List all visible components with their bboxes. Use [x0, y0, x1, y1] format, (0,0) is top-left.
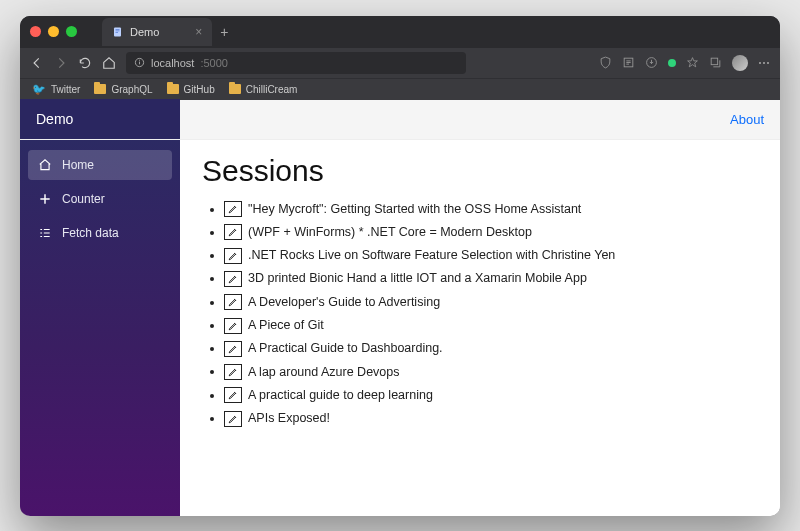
- twitter-icon: 🐦: [32, 83, 46, 96]
- bookmark-label: ChilliCream: [246, 84, 298, 95]
- bookmark-github[interactable]: GitHub: [167, 84, 215, 95]
- edit-session-button[interactable]: [224, 248, 242, 264]
- session-item: A practical guide to deep learning: [224, 384, 758, 407]
- edit-session-button[interactable]: [224, 271, 242, 287]
- reload-icon: [78, 56, 92, 70]
- session-title: APIs Exposed!: [248, 407, 330, 430]
- sidebar-item-home[interactable]: Home: [28, 150, 172, 180]
- profile-avatar[interactable]: [732, 55, 748, 71]
- app-header: Demo About: [20, 100, 780, 140]
- new-tab-button[interactable]: +: [212, 24, 236, 40]
- home-button[interactable]: [102, 56, 116, 70]
- bookmark-twitter[interactable]: 🐦 Twitter: [32, 83, 80, 96]
- edit-session-button[interactable]: [224, 341, 242, 357]
- sessions-list: "Hey Mycroft": Getting Started with the …: [202, 198, 758, 431]
- app-viewport: Demo About Home Counter Fetch data Ses: [20, 100, 780, 516]
- edit-session-button[interactable]: [224, 294, 242, 310]
- session-title: A lap around Azure Devops: [248, 361, 400, 384]
- session-item: A Practical Guide to Dashboarding.: [224, 337, 758, 360]
- edit-session-button[interactable]: [224, 387, 242, 403]
- pencil-icon: [228, 367, 238, 377]
- edit-session-button[interactable]: [224, 318, 242, 334]
- back-button[interactable]: [30, 56, 44, 70]
- folder-icon: [167, 84, 179, 94]
- status-indicator-icon: [668, 59, 676, 67]
- address-bar[interactable]: localhost:5000: [126, 52, 466, 74]
- reload-button[interactable]: [78, 56, 92, 70]
- sidebar-nav: Home Counter Fetch data: [20, 140, 180, 516]
- folder-icon: [229, 84, 241, 94]
- session-item: A Piece of Git: [224, 314, 758, 337]
- sidebar-item-fetch-data[interactable]: Fetch data: [28, 218, 172, 248]
- pencil-icon: [228, 251, 238, 261]
- browser-window: Demo × + localhost:5000: [20, 16, 780, 516]
- folder-icon: [94, 84, 106, 94]
- sidebar-item-label: Home: [62, 158, 94, 172]
- plus-icon: [38, 192, 52, 206]
- session-title: A Developer's Guide to Advertising: [248, 291, 440, 314]
- bookmark-label: GraphQL: [111, 84, 152, 95]
- svg-rect-2: [116, 30, 120, 31]
- minimize-window-button[interactable]: [48, 26, 59, 37]
- pencil-icon: [228, 344, 238, 354]
- browser-tabstrip: Demo × +: [102, 18, 237, 46]
- maximize-window-button[interactable]: [66, 26, 77, 37]
- shield-icon[interactable]: [599, 56, 612, 69]
- favorite-icon[interactable]: [686, 56, 699, 69]
- svg-rect-1: [116, 29, 120, 30]
- list-icon: [38, 226, 52, 240]
- home-icon: [38, 158, 52, 172]
- about-link[interactable]: About: [714, 112, 780, 127]
- sidebar-item-counter[interactable]: Counter: [28, 184, 172, 214]
- arrow-right-icon: [54, 56, 68, 70]
- page-title: Sessions: [202, 154, 758, 188]
- session-item: .NET Rocks Live on Software Feature Sele…: [224, 244, 758, 267]
- bookmark-chillicream[interactable]: ChilliCream: [229, 84, 298, 95]
- forward-button[interactable]: [54, 56, 68, 70]
- session-title: "Hey Mycroft": Getting Started with the …: [248, 198, 581, 221]
- sidebar-item-label: Fetch data: [62, 226, 119, 240]
- pencil-icon: [228, 227, 238, 237]
- info-icon: [134, 57, 145, 68]
- svg-rect-6: [139, 60, 140, 61]
- svg-rect-9: [711, 58, 718, 64]
- edit-session-button[interactable]: [224, 224, 242, 240]
- browser-toolbar: localhost:5000 ⋯: [20, 48, 780, 78]
- edit-session-button[interactable]: [224, 364, 242, 380]
- pencil-icon: [228, 414, 238, 424]
- app-body: Home Counter Fetch data Sessions "Hey My…: [20, 140, 780, 516]
- close-window-button[interactable]: [30, 26, 41, 37]
- main-content: Sessions "Hey Mycroft": Getting Started …: [180, 140, 780, 516]
- session-item: 3D printed Bionic Hand a little IOT and …: [224, 267, 758, 290]
- edit-session-button[interactable]: [224, 201, 242, 217]
- page-favicon-icon: [112, 26, 124, 38]
- session-title: 3D printed Bionic Hand a little IOT and …: [248, 267, 587, 290]
- arrow-left-icon: [30, 56, 44, 70]
- sidebar-item-label: Counter: [62, 192, 105, 206]
- bookmark-graphql[interactable]: GraphQL: [94, 84, 152, 95]
- home-icon: [102, 56, 116, 70]
- pencil-icon: [228, 274, 238, 284]
- session-item: A lap around Azure Devops: [224, 360, 758, 383]
- collections-icon[interactable]: [709, 56, 722, 69]
- brand-title[interactable]: Demo: [20, 99, 180, 139]
- toolbar-right: ⋯: [599, 55, 770, 71]
- reader-icon[interactable]: [622, 56, 635, 69]
- download-icon[interactable]: [645, 56, 658, 69]
- session-item: "Hey Mycroft": Getting Started with the …: [224, 198, 758, 221]
- browser-tab-demo[interactable]: Demo ×: [102, 18, 212, 46]
- close-tab-icon[interactable]: ×: [195, 25, 202, 39]
- session-title: A Piece of Git: [248, 314, 324, 337]
- edit-session-button[interactable]: [224, 411, 242, 427]
- pencil-icon: [228, 321, 238, 331]
- window-titlebar: Demo × +: [20, 16, 780, 48]
- svg-rect-5: [139, 62, 140, 65]
- pencil-icon: [228, 297, 238, 307]
- more-icon[interactable]: ⋯: [758, 56, 770, 70]
- session-title: A Practical Guide to Dashboarding.: [248, 337, 443, 360]
- svg-rect-3: [116, 32, 119, 33]
- session-title: .NET Rocks Live on Software Feature Sele…: [248, 244, 615, 267]
- bookmark-label: Twitter: [51, 84, 80, 95]
- bookmark-label: GitHub: [184, 84, 215, 95]
- address-host: localhost: [151, 57, 194, 69]
